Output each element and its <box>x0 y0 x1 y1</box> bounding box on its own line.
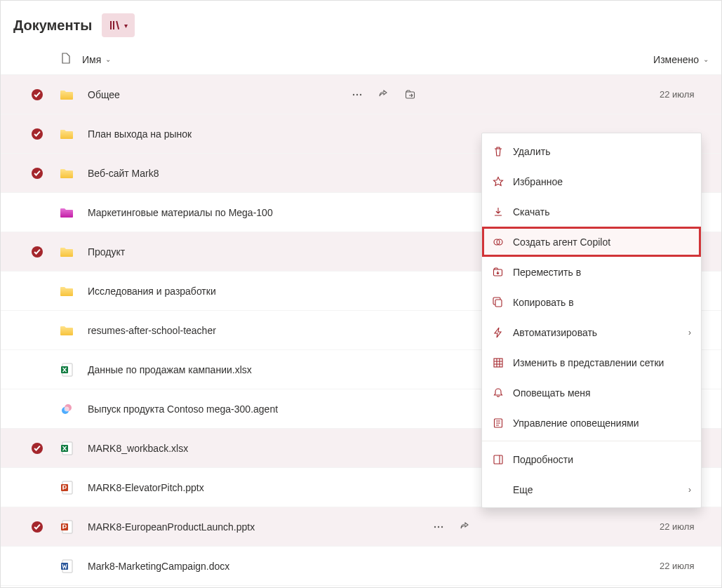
excel-icon <box>60 441 73 455</box>
file-type-icon <box>60 88 74 102</box>
menu-item-bell[interactable]: Оповещать меня <box>482 377 701 408</box>
file-name[interactable]: Исследования и разработки <box>88 286 216 297</box>
library-switcher-button[interactable]: ▾ <box>102 13 135 37</box>
file-type-icon <box>60 363 74 377</box>
move-icon <box>492 266 504 279</box>
file-type-icon <box>60 520 74 534</box>
file-row[interactable]: Mark8-MarketingCampaign.docx22 июля <box>1 547 721 586</box>
word-icon <box>60 559 73 573</box>
menu-item-copilot[interactable]: Создать агент Copilot <box>482 227 701 257</box>
file-row[interactable]: Общее22 июля <box>1 75 721 114</box>
file-type-icon <box>60 245 74 259</box>
library-icon <box>109 20 120 31</box>
file-type-icon <box>60 441 74 455</box>
file-type-icon <box>60 166 74 180</box>
row-actions <box>347 85 420 105</box>
row-checkmark[interactable] <box>32 246 43 258</box>
download-icon <box>492 206 504 218</box>
star-icon <box>492 175 504 188</box>
folder-icon <box>60 246 74 258</box>
powerpoint-icon <box>60 481 73 495</box>
copilot-icon <box>492 236 504 248</box>
menu-item-copy[interactable]: Копировать в <box>482 287 701 317</box>
menu-item-more[interactable]: Еще› <box>482 474 701 505</box>
file-type-icon <box>60 402 74 416</box>
menu-item-label: Избранное <box>513 176 691 187</box>
file-name[interactable]: MARK8-ElevatorPitch.pptx <box>88 482 204 493</box>
row-checkmark[interactable] <box>32 168 43 179</box>
file-type-icon <box>60 323 74 338</box>
menu-item-details[interactable]: Подробности <box>482 444 701 474</box>
row-checkmark[interactable] <box>32 89 43 100</box>
file-name[interactable]: MARK8_workback.xlsx <box>88 443 188 454</box>
page-header: Документы ▾ <box>1 1 721 40</box>
file-name[interactable]: Mark8-MarketingCampaign.docx <box>88 561 229 572</box>
more-actions-button[interactable] <box>347 85 367 105</box>
menu-item-label: Подробности <box>513 454 691 465</box>
menu-item-label: Копировать в <box>513 297 691 308</box>
menu-item-trash[interactable]: Удалить <box>482 136 701 166</box>
grid-icon <box>492 356 504 369</box>
details-icon <box>492 453 504 466</box>
file-name[interactable]: Продукт <box>88 246 125 258</box>
file-type-icon <box>60 559 74 573</box>
folder-icon <box>60 286 74 297</box>
menu-item-label: Скачать <box>513 206 691 218</box>
file-name[interactable]: План выхода на рынок <box>88 128 192 140</box>
row-checkmark[interactable] <box>32 443 43 454</box>
menu-item-label: Изменить в представлении сетки <box>513 357 691 368</box>
context-menu: УдалитьИзбранноеСкачатьСоздать агент Cop… <box>481 133 702 508</box>
share-button[interactable] <box>374 85 394 105</box>
row-checkmark[interactable] <box>32 128 43 140</box>
copilot-icon <box>60 403 73 415</box>
file-name[interactable]: Маркетинговые материалы по Mega-100 <box>88 207 273 218</box>
chevron-down-icon: ⌄ <box>105 55 111 63</box>
row-actions <box>429 517 475 537</box>
file-name[interactable]: MARK8-EuropeanProductLaunch.pptx <box>88 521 255 533</box>
file-name[interactable]: resumes-after-school-teacher <box>88 325 216 336</box>
file-type-icon <box>60 206 74 220</box>
menu-item-label: Еще <box>513 484 680 495</box>
menu-item-label: Переместить в <box>513 267 691 278</box>
column-modified[interactable]: Изменено ⌄ <box>653 54 709 65</box>
menu-item-manage-alerts[interactable]: Управление оповещениями <box>482 408 701 438</box>
file-name[interactable]: Общее <box>88 89 120 100</box>
menu-item-download[interactable]: Скачать <box>482 196 701 227</box>
trash-icon <box>492 145 504 158</box>
column-type[interactable] <box>60 53 71 67</box>
chevron-down-icon: ⌄ <box>703 55 709 63</box>
menu-item-automate[interactable]: Автоматизировать› <box>482 317 701 347</box>
library-title: Документы <box>13 18 92 34</box>
column-header-row: Имя ⌄ Изменено ⌄ <box>1 44 721 75</box>
excel-icon <box>60 363 73 377</box>
menu-item-label: Создать агент Copilot <box>513 236 691 248</box>
folder-icon <box>60 89 74 100</box>
folder-icon <box>60 128 74 140</box>
file-name[interactable]: Веб-сайт Mark8 <box>88 168 159 179</box>
menu-item-label: Автоматизировать <box>513 327 680 338</box>
move-to-button[interactable] <box>401 85 420 105</box>
folder-icon <box>60 168 74 179</box>
bell-icon <box>492 387 504 399</box>
modified-date: 22 июля <box>660 89 709 100</box>
file-name[interactable]: Данные по продажам кампании.xlsx <box>88 364 252 375</box>
file-type-icon <box>60 127 74 141</box>
file-name[interactable]: Выпуск продукта Contoso mega-300.agent <box>88 403 278 415</box>
column-name[interactable]: Имя ⌄ <box>82 54 111 65</box>
menu-item-label: Удалить <box>513 146 691 157</box>
file-type-icon <box>60 284 74 298</box>
menu-item-label: Оповещать меня <box>513 387 691 399</box>
menu-item-move[interactable]: Переместить в <box>482 257 701 287</box>
manage-alerts-icon <box>492 417 504 429</box>
folder-icon <box>60 207 74 218</box>
menu-item-star[interactable]: Избранное <box>482 166 701 196</box>
file-row[interactable]: MARK8-EuropeanProductLaunch.pptx22 июля <box>1 507 721 547</box>
more-actions-button[interactable] <box>429 517 448 537</box>
blank-icon <box>492 483 504 496</box>
menu-item-grid[interactable]: Изменить в представлении сетки <box>482 347 701 377</box>
automate-icon <box>492 326 504 339</box>
share-button[interactable] <box>455 517 475 537</box>
row-checkmark[interactable] <box>32 521 43 533</box>
powerpoint-icon <box>60 520 73 534</box>
modified-date: 22 июля <box>660 561 709 571</box>
